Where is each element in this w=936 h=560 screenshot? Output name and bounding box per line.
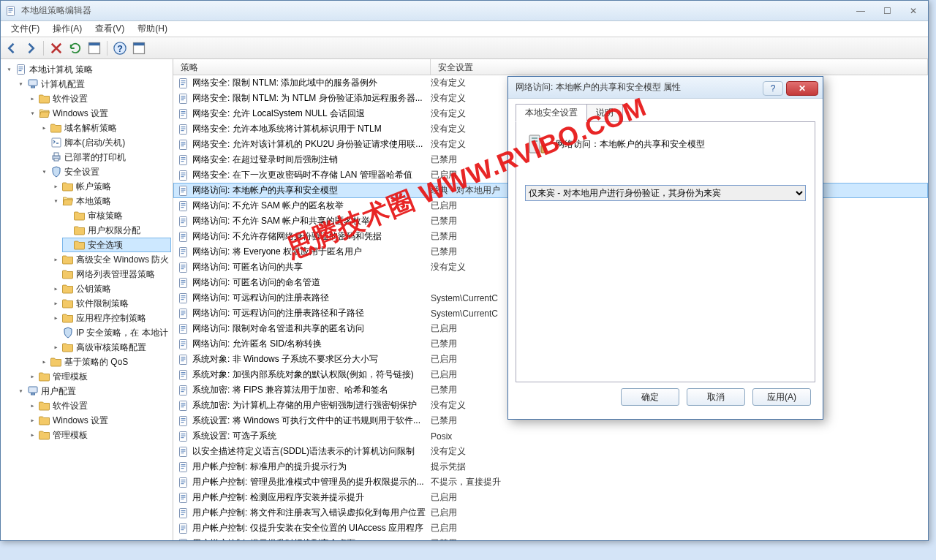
policy-row[interactable]: 用户帐户控制: 将文件和注册表写入错误虚拟化到每用户位置已启用	[173, 505, 928, 521]
policy-name: 用户帐户控制: 标准用户的提升提示行为	[192, 461, 431, 473]
folder-icon	[50, 122, 62, 134]
policy-row[interactable]: 用户帐户控制: 管理员批准模式中管理员的提升权限提示的...不提示，直接提升	[173, 474, 928, 490]
folder-icon	[39, 371, 50, 382]
tree-uc[interactable]: 用户配置	[41, 385, 76, 398]
policy-row[interactable]: 系统设置: 可选子系统Posix	[173, 428, 928, 444]
tree-cc[interactable]: 计算机配置	[41, 77, 85, 91]
policy-row[interactable]: 用户帐户控制: 检测应用程序安装并提示提升已启用	[173, 490, 928, 505]
policy-icon	[178, 139, 189, 151]
tree-wfw[interactable]: 高级安全 Windows 防火	[76, 253, 169, 266]
tree-ura[interactable]: 用户权限分配	[88, 224, 140, 237]
tree-nrp[interactable]: 域名解析策略	[64, 121, 117, 135]
folder-open-icon	[39, 107, 50, 119]
policy-value: 提示凭据	[431, 461, 928, 473]
tree-tmpl1[interactable]: 管理模板	[53, 370, 88, 383]
folder-icon	[62, 181, 74, 192]
shield-icon	[62, 327, 74, 338]
policy-icon	[178, 400, 189, 412]
menu-action[interactable]: 操作(A)	[47, 21, 88, 37]
maximize-button[interactable]: ☐	[877, 5, 897, 17]
close-button[interactable]: ✕	[903, 5, 924, 17]
server-icon	[525, 132, 548, 156]
tree-pk[interactable]: 公钥策略	[76, 282, 111, 295]
delete-button[interactable]	[48, 40, 64, 56]
folder-icon	[62, 283, 74, 295]
tab-explain[interactable]: 说明	[586, 104, 623, 122]
tree-ipsec[interactable]: IP 安全策略，在 本地计	[76, 326, 168, 339]
tree-sec[interactable]: 安全设置	[64, 165, 99, 178]
policy-name: 网络访问: 允许匿名 SID/名称转换	[192, 338, 431, 350]
policy-name: 系统设置: 将 Windows 可执行文件中的证书规则用于软件...	[192, 415, 431, 427]
tree-qos[interactable]: 基于策略的 QoS	[64, 355, 128, 368]
titlebar: 本地组策略编辑器 — ☐ ✕	[1, 1, 928, 21]
policy-name: 以安全描述符定义语言(SDDL)语法表示的计算机访问限制	[192, 445, 431, 458]
folder-icon	[62, 312, 74, 324]
policy-name: 用户帐户控制: 仅提升安装在安全位置的 UIAccess 应用程序	[192, 522, 431, 534]
window-controls: — ☐ ✕	[850, 5, 924, 17]
tree-sw1[interactable]: 软件设置	[53, 92, 88, 105]
properties-button[interactable]	[131, 40, 147, 56]
dialog-help-button[interactable]: ?	[763, 81, 783, 96]
policy-name: 网络访问: 将 Everyone 权限应用于匿名用户	[192, 246, 431, 258]
window-title: 本地组策略编辑器	[21, 4, 850, 17]
tree-srp[interactable]: 软件限制策略	[76, 297, 129, 310]
col-setting[interactable]: 安全设置	[431, 59, 928, 75]
policy-icon	[178, 292, 189, 304]
tree-secopt[interactable]: 安全选项	[88, 238, 123, 251]
export-button[interactable]	[86, 40, 102, 56]
policy-icon	[178, 338, 189, 350]
dialog-close-button[interactable]: ✕	[786, 81, 818, 96]
security-model-select[interactable]: 仅来宾 - 对本地用户进行身份验证，其身份为来宾	[525, 185, 806, 201]
policy-name: 系统对象: 非 Windows 子系统不要求区分大小写	[192, 353, 431, 366]
policy-row[interactable]: 以安全描述符定义语言(SDDL)语法表示的计算机访问限制没有定义	[173, 444, 928, 459]
policy-row[interactable]: 用户帐户控制: 标准用户的提升提示行为提示凭据	[173, 459, 928, 474]
policy-icon	[178, 354, 189, 366]
policy-icon	[178, 170, 189, 181]
tree-script[interactable]: 脚本(启动/关机)	[64, 136, 125, 149]
minimize-button[interactable]: —	[850, 5, 871, 17]
tree-ws[interactable]: Windows 设置	[53, 107, 108, 120]
policy-value: 不提示，直接提升	[431, 476, 928, 488]
tree-audit[interactable]: 审核策略	[88, 209, 123, 222]
tree-acct[interactable]: 帐户策略	[76, 180, 111, 193]
app-icon	[5, 5, 17, 17]
nav-tree[interactable]: ▾本地计算机 策略 ▾计算机配置 ▸软件设置 ▾Windows 设置 ▸域名解析…	[1, 59, 173, 540]
back-button[interactable]	[4, 40, 20, 56]
policy-icon	[178, 323, 189, 335]
policy-row[interactable]: 用户帐户控制: 仅提升安装在安全位置的 UIAccess 应用程序已启用	[173, 521, 928, 536]
tree-tmpl2[interactable]: 管理模板	[53, 428, 88, 442]
cancel-button[interactable]: 取消	[687, 388, 745, 406]
folder-icon	[50, 356, 62, 368]
tab-local-security[interactable]: 本地安全设置	[516, 104, 587, 122]
policy-row[interactable]: 用户帐户控制: 提示提升时切换到安全桌面已禁用	[173, 536, 928, 540]
forward-button[interactable]	[23, 40, 39, 56]
help-button[interactable]	[112, 40, 128, 56]
folder-open-icon	[62, 195, 74, 207]
policy-icon	[178, 246, 189, 258]
policy-name: 网络安全: 允许本地系统将计算机标识用于 NTLM	[192, 123, 431, 135]
ok-button[interactable]: 确定	[621, 388, 679, 406]
menu-view[interactable]: 查看(V)	[89, 21, 130, 37]
col-policy[interactable]: 策略	[173, 59, 431, 75]
policy-name: 用户帐户控制: 管理员批准模式中管理员的提升权限提示的...	[192, 476, 431, 488]
tree-aadv[interactable]: 高级审核策略配置	[76, 341, 146, 354]
menubar: 文件(F) 操作(A) 查看(V) 帮助(H)	[1, 21, 928, 37]
folder-icon	[39, 429, 50, 441]
policy-name: 网络安全: 限制 NTLM: 为 NTLM 身份验证添加远程服务器...	[192, 92, 431, 105]
policy-name: 网络安全: 允许 LocalSystem NULL 会话回退	[192, 107, 431, 120]
tree-ws2[interactable]: Windows 设置	[53, 414, 108, 427]
tree-sw2[interactable]: 软件设置	[53, 399, 88, 412]
tree-nlep[interactable]: 网络列表管理器策略	[76, 268, 155, 281]
tree-apcp[interactable]: 应用程序控制策略	[76, 311, 146, 325]
dialog-titlebar: 网络访问: 本地帐户的共享和安全模型 属性 ? ✕	[508, 77, 823, 99]
tree-printers[interactable]: 已部署的打印机	[64, 151, 126, 164]
tree-local[interactable]: 本地策略	[76, 194, 111, 208]
refresh-button[interactable]	[67, 40, 83, 56]
menu-file[interactable]: 文件(F)	[5, 21, 45, 37]
tree-root[interactable]: 本地计算机 策略	[29, 63, 93, 76]
menu-help[interactable]: 帮助(H)	[132, 21, 173, 37]
policy-icon	[178, 461, 189, 473]
policy-name: 用户帐户控制: 将文件和注册表写入错误虚拟化到每用户位置	[192, 507, 431, 519]
apply-button[interactable]: 应用(A)	[752, 388, 811, 406]
policy-icon	[178, 93, 189, 105]
